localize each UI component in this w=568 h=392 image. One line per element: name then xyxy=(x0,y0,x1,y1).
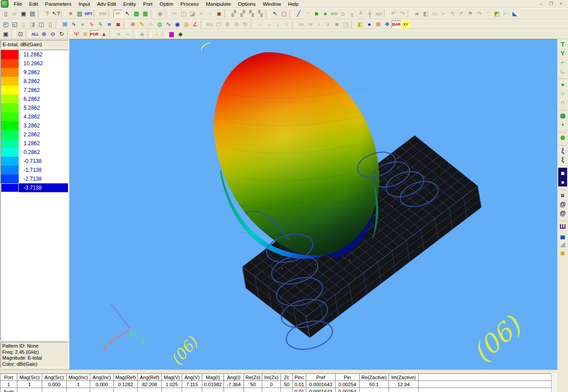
menu-item-window[interactable]: Window xyxy=(259,1,284,7)
layer-stack-button[interactable]: ▨ xyxy=(75,10,84,18)
view-all-button[interactable]: ALL xyxy=(31,30,40,38)
torus-3d-display-button[interactable]: ● xyxy=(365,20,374,28)
menu-item-adv-edit[interactable]: Adv Edit xyxy=(93,1,120,7)
metal-strip-types-button[interactable]: ≡ xyxy=(66,10,75,18)
table-scrollbar[interactable] xyxy=(551,373,558,392)
blue-edit-tool-button[interactable]: ◣ xyxy=(510,10,519,18)
ellipse-outline-button[interactable]: ○ xyxy=(558,89,567,98)
t-junction-button[interactable]: T xyxy=(558,40,567,49)
y-junction-button[interactable]: Y xyxy=(558,49,567,58)
legend-entry[interactable]: 10.2862 xyxy=(1,59,68,68)
3d-pattern-viewport[interactable]: XY((06)(06) xyxy=(70,39,557,369)
select-region-dashed-button[interactable]: ▢ xyxy=(280,10,288,18)
window-mode-4-button[interactable]: ▯ xyxy=(46,20,55,28)
circular-spiral-1-button[interactable]: @ xyxy=(558,200,567,209)
minimize-button[interactable]: – xyxy=(536,0,545,8)
run-simulation-button[interactable]: ϟ xyxy=(69,20,78,28)
legend-entry[interactable]: 0.2862 xyxy=(1,148,68,157)
help-about-button[interactable]: ? xyxy=(43,10,52,18)
circle-patch-button[interactable]: ● xyxy=(558,178,567,186)
legend-entry[interactable]: 4.2862 xyxy=(1,112,68,121)
cylinder-3d-button[interactable]: ◍ xyxy=(558,110,567,120)
legend-entry[interactable]: 6.2862 xyxy=(1,95,68,103)
open-file-button[interactable]: ▱ xyxy=(10,10,19,18)
layer-3d-display-button[interactable]: ◧ xyxy=(356,20,365,28)
current-animation-button[interactable]: ◍ xyxy=(155,20,164,28)
draw-circle-button[interactable]: ● xyxy=(321,10,330,18)
pattern-contour-view-button[interactable]: ◎ xyxy=(182,20,191,28)
refresh-view-button[interactable]: ↻ xyxy=(57,30,66,38)
bent-cylinder-3d-button[interactable]: ◖ xyxy=(558,120,567,129)
patch-antenna-button[interactable]: ▄ xyxy=(558,231,567,240)
menu-item-input[interactable]: Input xyxy=(75,1,94,7)
draw-rectangle-button[interactable]: ■ xyxy=(312,10,321,18)
circular-spiral-2-button[interactable]: @ xyxy=(558,209,567,218)
ellipse-solid-button[interactable]: ● xyxy=(558,79,567,89)
layer-paint-button[interactable]: ◩ xyxy=(492,10,501,18)
elbow-junction-button[interactable]: ∟ xyxy=(558,67,567,75)
new-file-button[interactable]: ▯ xyxy=(1,10,10,18)
pattern-3d-view-button[interactable]: ◉ xyxy=(173,20,182,28)
legend-entry[interactable]: -3.7138 xyxy=(1,183,68,192)
legend-entry[interactable]: 1.2862 xyxy=(1,139,68,148)
close-button[interactable]: × xyxy=(557,0,565,8)
display-columns-button[interactable]: III xyxy=(105,20,114,28)
dual-patch-button[interactable]: ◙ xyxy=(558,249,567,257)
mesh-display-button[interactable]: ⊞ xyxy=(60,20,69,28)
menu-item-options[interactable]: Options xyxy=(235,1,260,7)
menu-item-entity[interactable]: Entity xyxy=(120,1,140,7)
optimizer-button[interactable]: OPT xyxy=(84,10,93,18)
square-spiral-button[interactable]: ⌗ xyxy=(558,190,567,200)
background-color-button[interactable]: ▆ xyxy=(167,30,176,38)
bend-junction-button[interactable]: ⌐ xyxy=(558,58,567,67)
screen-capture-button[interactable]: ◙ xyxy=(215,10,224,18)
sparameter-plot-button[interactable]: ∠ xyxy=(191,20,200,28)
select-pointer-button[interactable]: ↖ xyxy=(271,10,280,18)
menu-item-process[interactable]: Process xyxy=(177,1,203,7)
light-source-button[interactable]: ● xyxy=(152,30,161,38)
port-properties-button[interactable]: PORT xyxy=(90,30,100,38)
plot-graph-button[interactable]: ∿ xyxy=(164,20,173,28)
draw-pencil-button[interactable]: ✏ xyxy=(113,10,123,18)
select-vertices-region-button[interactable]: ▦ xyxy=(141,10,150,18)
xy-plot-display-button[interactable]: XY xyxy=(401,20,410,28)
run-current-calculation-button[interactable]: ϟ xyxy=(96,20,105,28)
draw-polygon-button[interactable]: ⌂ xyxy=(339,10,348,18)
draw-line-button[interactable]: ╱ xyxy=(294,10,303,18)
select-arrow-button[interactable]: ↖ xyxy=(123,10,132,18)
menu-item-optim[interactable]: Optim xyxy=(156,1,177,7)
print-button[interactable]: ▤ xyxy=(28,10,37,18)
pattern-sphere-button[interactable]: ⊕ xyxy=(128,20,137,28)
square-patch-button[interactable]: ■ xyxy=(558,167,567,178)
zoom-in-view-button[interactable]: ⊕ xyxy=(40,30,48,38)
spring-helix-button[interactable]: ξ xyxy=(558,145,567,155)
circle-plus-button[interactable]: ⊕ xyxy=(558,132,567,142)
display-window-button[interactable]: ◙ xyxy=(114,20,123,28)
menu-item-manipulate[interactable]: Manipulate xyxy=(202,1,234,7)
help-context-button[interactable]: ↖? xyxy=(52,10,60,18)
zoom-out-view-button[interactable]: ⊖ xyxy=(48,30,57,38)
legend-entry[interactable]: -2.7138 xyxy=(1,174,68,183)
notes-editor-button[interactable]: ✎ xyxy=(137,20,146,28)
restore-button[interactable]: ❐ xyxy=(547,0,555,8)
legend-entry[interactable]: 9.2862 xyxy=(1,68,68,77)
rotate-view-button[interactable]: ▲ xyxy=(100,30,108,38)
save-file-button[interactable]: ▣ xyxy=(19,10,28,18)
legend-entry[interactable]: 2.2862 xyxy=(1,130,68,139)
run-pattern-calculation-button[interactable]: ϟ xyxy=(87,20,96,28)
color-windows-display-button[interactable]: ❖ xyxy=(383,20,392,28)
menu-item-edit[interactable]: Edit xyxy=(26,1,42,7)
fill-color-button[interactable]: ◆ xyxy=(176,30,185,38)
legend-entry[interactable]: 11.2862 xyxy=(1,50,68,59)
spiral-cone-button[interactable]: ξ xyxy=(558,155,567,164)
menu-item-file[interactable]: File xyxy=(10,1,26,7)
legend-entry[interactable]: 3.2862 xyxy=(1,121,68,130)
pick-layer-window-button[interactable]: ◰ xyxy=(1,20,10,28)
inductor-coil-button[interactable]: Ш xyxy=(558,221,567,231)
legend-entry[interactable]: -1.7138 xyxy=(1,166,68,174)
wave-display-button[interactable]: ≈ xyxy=(114,30,123,38)
layer-legend-button[interactable]: ≣ xyxy=(81,30,90,38)
save-view-button[interactable]: ▣ xyxy=(1,30,10,38)
bar-chart-display-button[interactable]: BAR xyxy=(392,20,401,28)
menu-item-port[interactable]: Port xyxy=(140,1,156,7)
